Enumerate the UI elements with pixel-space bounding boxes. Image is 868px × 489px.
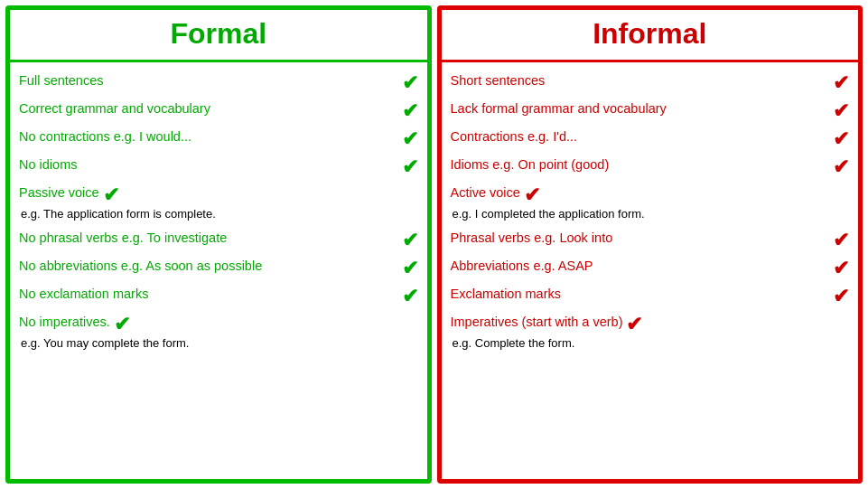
check-icon: ✔	[626, 315, 642, 334]
list-item: Contractions e.g. I'd... ✔	[451, 126, 850, 152]
item-label: No phrasal verbs e.g. To investigate	[19, 230, 402, 248]
check-icon: ✔	[103, 185, 119, 205]
informal-body: Short sentences ✔ Lack formal grammar an…	[442, 62, 859, 479]
list-item: No contractions e.g. I would... ✔	[19, 126, 418, 152]
list-item: Exclamation marks ✔	[451, 283, 850, 309]
item-label: Phrasal verbs e.g. Look into	[451, 230, 834, 248]
list-item: No idioms ✔	[19, 154, 418, 180]
formal-header: Formal	[10, 10, 427, 62]
item-note: e.g. I completed the application form.	[451, 206, 645, 222]
check-icon: ✔	[402, 157, 418, 177]
item-label: Correct grammar and vocabulary	[19, 100, 402, 118]
informal-panel: Informal Short sentences ✔ Lack formal g…	[437, 5, 863, 484]
item-label: Contractions e.g. I'd...	[451, 128, 834, 146]
item-row: Active voice ✔	[451, 184, 540, 205]
item-note: e.g. You may complete the form.	[19, 335, 189, 352]
item-label: No exclamation marks	[19, 286, 402, 304]
list-item: Full sentences ✔	[19, 70, 418, 96]
check-icon: ✔	[833, 129, 849, 149]
list-item: Imperatives (start with a verb) ✔ e.g. C…	[451, 311, 850, 354]
item-label: Imperatives (start with a verb)	[451, 314, 627, 332]
check-icon: ✔	[833, 287, 849, 306]
item-label: Full sentences	[19, 72, 402, 90]
formal-panel: Formal Full sentences ✔ Correct grammar …	[5, 5, 432, 484]
list-item: Active voice ✔ e.g. I completed the appl…	[451, 182, 850, 225]
check-icon: ✔	[833, 259, 849, 278]
check-icon: ✔	[833, 230, 849, 250]
item-label: Passive voice	[19, 184, 103, 202]
item-label: Lack formal grammar and vocabulary	[451, 100, 834, 118]
formal-body: Full sentences ✔ Correct grammar and voc…	[10, 62, 427, 479]
item-note: e.g. The application form is complete.	[19, 206, 216, 222]
informal-title: Informal	[593, 17, 706, 50]
item-row: Passive voice ✔	[19, 184, 119, 205]
list-item: No phrasal verbs e.g. To investigate ✔	[19, 227, 418, 253]
check-icon: ✔	[524, 185, 540, 205]
check-icon: ✔	[402, 259, 418, 278]
formal-title: Formal	[170, 17, 266, 50]
item-label: Active voice	[451, 184, 524, 202]
main-container: Formal Full sentences ✔ Correct grammar …	[0, 0, 868, 489]
list-item: Short sentences ✔	[451, 70, 850, 96]
check-icon: ✔	[833, 73, 849, 93]
check-icon: ✔	[402, 287, 418, 306]
item-label: No imperatives.	[19, 314, 114, 332]
check-icon: ✔	[402, 129, 418, 149]
item-label: No abbreviations e.g. As soon as possibl…	[19, 258, 402, 276]
check-icon: ✔	[833, 157, 849, 177]
list-item: Passive voice ✔ e.g. The application for…	[19, 182, 418, 225]
item-label: No contractions e.g. I would...	[19, 128, 402, 146]
list-item: Correct grammar and vocabulary ✔	[19, 98, 418, 124]
item-row: Imperatives (start with a verb) ✔	[451, 314, 643, 334]
list-item: Phrasal verbs e.g. Look into ✔	[451, 227, 850, 253]
check-icon: ✔	[402, 230, 418, 250]
item-label: No idioms	[19, 156, 402, 174]
check-icon: ✔	[833, 101, 849, 121]
list-item: No abbreviations e.g. As soon as possibl…	[19, 255, 418, 281]
check-icon: ✔	[402, 101, 418, 121]
list-item: Lack formal grammar and vocabulary ✔	[451, 98, 850, 124]
informal-header: Informal	[442, 10, 859, 62]
list-item: No exclamation marks ✔	[19, 283, 418, 309]
list-item: Idioms e.g. On point (good) ✔	[451, 154, 850, 180]
item-row: No imperatives. ✔	[19, 314, 130, 334]
list-item: Abbreviations e.g. ASAP ✔	[451, 255, 850, 281]
item-note: e.g. Complete the form.	[451, 335, 575, 352]
item-label: Idioms e.g. On point (good)	[451, 156, 834, 174]
item-label: Abbreviations e.g. ASAP	[451, 258, 834, 276]
list-item: No imperatives. ✔ e.g. You may complete …	[19, 311, 418, 354]
check-icon: ✔	[402, 73, 418, 93]
item-label: Exclamation marks	[451, 286, 834, 304]
item-label: Short sentences	[451, 72, 834, 90]
check-icon: ✔	[114, 315, 130, 334]
